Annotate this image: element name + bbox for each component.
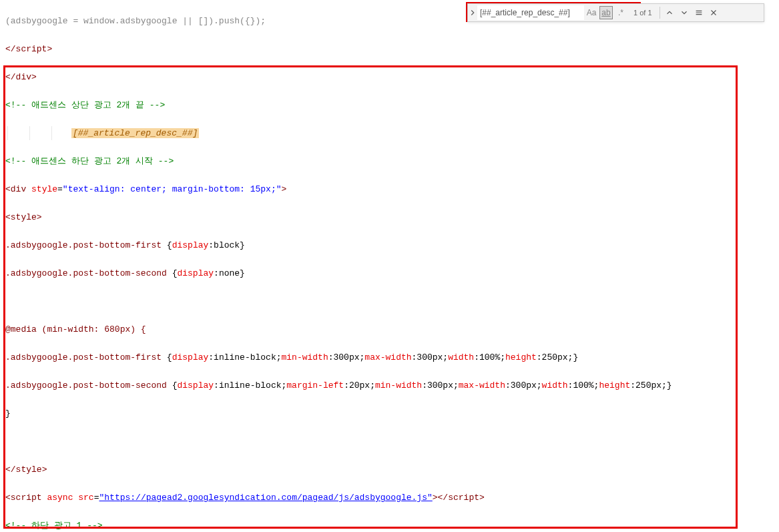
code-text: "text-align: center; margin-bottom: 15px… xyxy=(63,184,282,194)
code-text: script xyxy=(448,493,479,503)
code-text: .adsbygoogle.post-bottom-first xyxy=(5,352,162,362)
code-text: .adsbygoogle.post-bottom-second xyxy=(5,268,167,278)
find-input[interactable] xyxy=(477,5,584,20)
code-text: display xyxy=(172,240,209,250)
code-text: "https://pagead2.googlesyndication.com/p… xyxy=(99,493,432,503)
match-case-toggle[interactable]: Aa xyxy=(585,6,598,19)
code-text: div xyxy=(11,184,26,194)
code-text: style xyxy=(31,184,57,194)
code-comment: <!-- 애드센스 상단 광고 2개 끝 --> xyxy=(5,100,165,110)
code-editor[interactable]: (adsbygoogle = window.adsbygoogle || [])… xyxy=(0,0,779,532)
find-next-button[interactable] xyxy=(677,5,692,20)
code-text: display xyxy=(177,268,214,278)
code-text: .adsbygoogle.post-bottom-second xyxy=(5,380,167,390)
code-text: div xyxy=(16,72,31,82)
find-previous-button[interactable] xyxy=(662,5,677,20)
code-text: } xyxy=(5,409,11,419)
code-text: .adsbygoogle.post-bottom-first xyxy=(5,240,162,250)
search-match-highlight: [##_article_rep_desc_##] xyxy=(71,128,199,138)
code-text: @media (min-width: 680px) { xyxy=(5,324,146,334)
code-text: block xyxy=(214,240,240,250)
match-whole-word-toggle[interactable]: ab xyxy=(599,6,613,19)
find-result-count: 1 of 1 xyxy=(633,9,652,17)
code-text: none xyxy=(219,268,240,278)
code-text: async xyxy=(47,493,73,503)
code-text: style xyxy=(16,465,42,475)
code-text: style xyxy=(11,212,37,222)
find-expand-toggle[interactable] xyxy=(468,4,477,21)
code-comment: <!-- 하단 광고 1 --> xyxy=(5,521,103,531)
code-text: src xyxy=(78,493,93,503)
find-selection-toggle[interactable] xyxy=(692,5,706,20)
code-comment: <!-- 애드센스 하단 광고 2개 시작 --> xyxy=(5,156,174,166)
find-widget: Aa ab .* 1 of 1 xyxy=(467,3,764,22)
code-text: script xyxy=(11,493,42,503)
code-text: script xyxy=(16,44,47,54)
code-text: (adsbygoogle = window.adsbygoogle || [])… xyxy=(5,16,266,26)
find-close-button[interactable] xyxy=(706,5,721,20)
regex-toggle[interactable]: .* xyxy=(614,6,627,19)
